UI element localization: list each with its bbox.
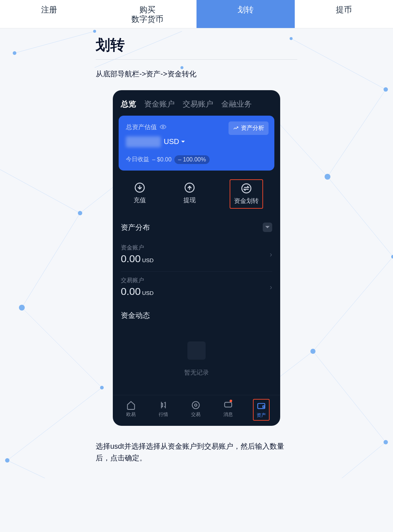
footer-instruction: 选择usdt并选择选择从资金账户到交易账户，然后输入数量后，点击确定。	[96, 440, 297, 478]
chevron-right-icon: ›	[270, 250, 272, 259]
svg-line-5	[7, 388, 102, 460]
asset-distribution-header: 资产分布	[113, 216, 280, 239]
page-title: 划转	[96, 35, 297, 55]
svg-line-7	[328, 89, 386, 177]
svg-point-16	[13, 51, 16, 55]
asset-activity-title: 资金动态	[121, 311, 150, 320]
nav-trade[interactable]: 交易	[188, 399, 203, 421]
svg-point-33	[162, 126, 164, 128]
nav-message[interactable]: 消息	[221, 399, 236, 421]
trading-account-label: 交易账户	[121, 277, 154, 284]
asset-distribution-title: 资产分布	[121, 223, 150, 232]
phone-screenshot: 总览 资金账户 交易账户 金融业务 总资产估值 资产分析 USD	[113, 90, 280, 426]
svg-line-11	[284, 442, 386, 478]
svg-point-26	[391, 255, 393, 259]
transfer-button[interactable]: 资金划转	[230, 179, 263, 209]
today-profit-pct: – 100.00%	[174, 155, 210, 164]
svg-point-24	[384, 87, 388, 92]
nav-home[interactable]: 欧易	[123, 399, 139, 421]
phone-tab-trading[interactable]: 交易账户	[183, 99, 213, 109]
svg-point-19	[78, 211, 82, 215]
asset-summary-card: 总资产估值 资产分析 USD 今日收益 – $0.00 – 100.00%	[119, 116, 274, 171]
svg-point-38	[195, 404, 197, 407]
quick-actions: 充值 提现 资金划转	[113, 171, 280, 216]
upload-icon	[184, 182, 195, 193]
svg-point-20	[19, 305, 25, 311]
svg-line-0	[15, 31, 95, 53]
svg-line-9	[313, 257, 393, 351]
phone-tab-finance[interactable]: 金融业务	[221, 99, 252, 109]
tab-register[interactable]: 注册	[0, 0, 98, 28]
withdraw-button[interactable]: 提现	[180, 179, 199, 209]
currency-selector[interactable]: USD	[164, 137, 185, 146]
tab-withdraw[interactable]: 提币	[295, 0, 393, 28]
svg-point-22	[5, 458, 9, 463]
empty-icon	[187, 341, 206, 360]
svg-line-3	[22, 213, 80, 308]
asset-activity-header: 资金动态	[113, 304, 280, 327]
phone-tab-funding[interactable]: 资金账户	[144, 99, 175, 109]
blurred-balance	[126, 136, 161, 147]
chevron-down-icon	[265, 225, 270, 229]
collapse-toggle[interactable]	[263, 223, 272, 232]
nav-assets[interactable]: 资产	[253, 399, 270, 421]
svg-line-10	[313, 351, 386, 442]
divider	[96, 59, 297, 60]
svg-point-25	[325, 174, 330, 180]
funding-account-label: 资金账户	[121, 244, 154, 252]
deposit-button[interactable]: 充值	[130, 179, 150, 209]
chevron-right-icon: ›	[270, 283, 272, 291]
svg-line-8	[328, 177, 393, 257]
svg-point-36	[242, 184, 251, 193]
bottom-nav: 欧易 行情 交易 消息 资产	[113, 395, 280, 426]
tab-buy-crypto[interactable]: 购买 数字货币	[98, 0, 196, 28]
svg-line-2	[0, 169, 80, 213]
wallet-icon	[257, 401, 266, 411]
tab-transfer[interactable]: 划转	[196, 0, 295, 28]
asset-top-tabs: 总览 资金账户 交易账户 金融业务	[113, 97, 280, 116]
nav-market[interactable]: 行情	[156, 399, 171, 421]
chart-icon	[233, 125, 239, 131]
breadcrumb-description: 从底部导航栏->资产->资金转化	[96, 68, 297, 79]
chevron-down-icon	[181, 140, 185, 144]
trade-icon	[191, 400, 201, 410]
svg-point-27	[310, 349, 315, 354]
empty-state: 暂无记录	[113, 327, 280, 388]
svg-point-28	[384, 440, 388, 444]
phone-tab-overview[interactable]: 总览	[121, 99, 136, 109]
today-profit-label: 今日收益	[126, 156, 149, 163]
today-profit-value: – $0.00	[152, 156, 171, 163]
svg-line-6	[291, 39, 386, 89]
transfer-icon	[241, 183, 252, 194]
svg-line-4	[22, 308, 102, 388]
trading-account-row[interactable]: 交易账户 0.00USD ›	[113, 272, 280, 304]
notification-dot	[230, 400, 232, 402]
home-icon	[126, 400, 136, 410]
top-step-tabs: 注册 购买 数字货币 划转 提币	[0, 0, 393, 28]
eye-icon[interactable]	[160, 124, 166, 130]
total-asset-label: 总资产估值	[126, 123, 157, 131]
funding-account-row[interactable]: 资金账户 0.00USD ›	[113, 239, 280, 271]
svg-point-37	[192, 401, 199, 409]
download-icon	[134, 182, 145, 193]
market-icon	[159, 400, 168, 410]
asset-analysis-button[interactable]: 资产分析	[229, 121, 269, 135]
